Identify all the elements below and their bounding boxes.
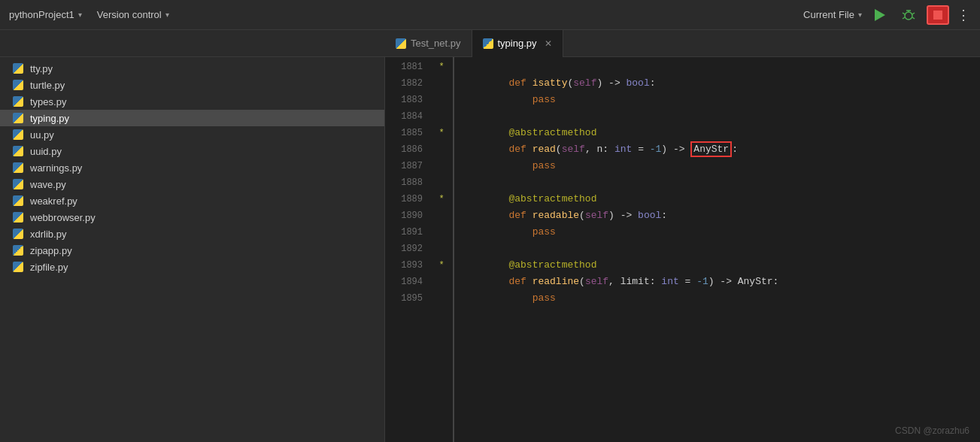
sidebar-item-typing[interactable]: typing.py — [0, 110, 384, 126]
code-line-1888: @abstractmethod — [462, 174, 980, 191]
bug-icon — [901, 8, 916, 23]
sidebar-item-zipapp[interactable]: zipapp.py — [0, 242, 384, 259]
py-file-icon — [12, 228, 24, 240]
watermark: CSDN @zorazhu6 — [895, 425, 969, 436]
current-file-chevron: ▾ — [858, 11, 862, 19]
current-file-label: Current File — [803, 9, 854, 20]
version-control-selector[interactable]: Version control ▾ — [97, 9, 169, 20]
sidebar-item-uuid[interactable]: uuid.py — [0, 143, 384, 159]
sidebar-item-label: typing.py — [30, 113, 69, 124]
code-line-1892: @abstractmethod — [462, 241, 980, 257]
svg-line-3 — [912, 13, 915, 14]
code-line-1889: def readable(self) -> bool: — [462, 191, 980, 207]
py-file-icon — [12, 79, 24, 91]
sidebar-item-label: warnings.py — [30, 162, 82, 174]
code-line-1894: pass — [462, 274, 980, 290]
py-file-icon — [12, 162, 24, 174]
gutter-empty: · — [430, 92, 453, 108]
code-line-1885: def read(self, n: int = -1) -> AnyStr: — [462, 125, 980, 141]
sidebar-item-types[interactable]: types.py — [0, 93, 384, 110]
svg-point-0 — [905, 12, 912, 20]
svg-line-4 — [903, 17, 905, 19]
tab-bar: Test_net.py typing.py ✕ — [0, 30, 980, 57]
project-chevron: ▾ — [78, 11, 82, 19]
code-line-1881: def isatty(self) -> bool: — [462, 59, 980, 75]
py-file-icon — [12, 261, 24, 273]
sidebar-item-label: wave.py — [30, 179, 66, 190]
py-file-icon — [12, 178, 24, 190]
line-numbers: 1881 1882 1883 1884 1885 1886 1887 1888 … — [385, 57, 430, 442]
sidebar-item-xdrlib[interactable]: xdrlib.py — [0, 226, 384, 242]
code-line-1882: pass — [462, 75, 980, 92]
tab-close-icon[interactable]: ✕ — [545, 38, 552, 49]
gutter-empty: · — [430, 174, 453, 191]
svg-line-2 — [903, 13, 905, 14]
tab-typing[interactable]: typing.py ✕ — [472, 30, 563, 57]
code-line-1893: def readline(self, limit: int = -1) -> A… — [462, 257, 980, 274]
run-triangle-icon — [875, 9, 885, 21]
version-control-chevron: ▾ — [165, 11, 169, 19]
sidebar-item-label: webbrowser.py — [30, 212, 96, 223]
py-file-icon — [12, 211, 24, 223]
sidebar-item-label: zipfile.py — [30, 262, 68, 273]
tab-test-net[interactable]: Test_net.py — [385, 30, 472, 57]
code-line-1890: pass — [462, 207, 980, 224]
code-content: def isatty(self) -> bool: pass @abstract… — [453, 57, 980, 442]
gutter-marker: * — [430, 125, 453, 141]
py-file-icon — [12, 145, 24, 157]
sidebar-item-label: uuid.py — [30, 146, 62, 157]
sidebar-item-tty[interactable]: tty.py — [0, 60, 384, 77]
python-file-icon — [396, 38, 406, 49]
sidebar-item-uu[interactable]: uu.py — [0, 126, 384, 143]
code-line-1884: @abstractmethod — [462, 108, 980, 125]
code-line-1883 — [462, 92, 980, 108]
current-file-selector[interactable]: Current File ▾ — [803, 9, 862, 20]
py-file-icon — [12, 95, 24, 107]
sidebar-item-label: weakref.py — [30, 195, 77, 207]
gutter-empty: · — [430, 274, 453, 290]
sidebar-item-label: turtle.py — [30, 80, 65, 91]
gutter: * · · · * · · · * · · · * · · — [430, 57, 453, 442]
gutter-empty: · — [430, 108, 453, 125]
stop-button[interactable] — [927, 5, 949, 25]
sidebar-item-zipfile[interactable]: zipfile.py — [0, 259, 384, 275]
debug-button[interactable] — [898, 5, 919, 26]
gutter-empty: · — [430, 241, 453, 257]
py-file-icon — [12, 129, 24, 141]
code-line-1887 — [462, 158, 980, 174]
code-line-1886: pass — [462, 141, 980, 158]
sidebar-item-wave[interactable]: wave.py — [0, 176, 384, 192]
project-selector[interactable]: pythonProject1 ▾ — [9, 9, 82, 20]
gutter-empty: · — [430, 75, 453, 92]
gutter-empty: · — [430, 290, 453, 307]
main-content: tty.py turtle.py types.py typing.py uu.p… — [0, 57, 980, 442]
top-bar-left: pythonProject1 ▾ Version control ▾ — [9, 9, 169, 20]
run-button[interactable] — [869, 5, 890, 26]
py-file-icon — [12, 62, 24, 74]
gutter-empty: · — [430, 158, 453, 174]
gutter-empty: · — [430, 207, 453, 224]
code-editor[interactable]: 1881 1882 1883 1884 1885 1886 1887 1888 … — [385, 57, 980, 442]
sidebar-item-webbrowser[interactable]: webbrowser.py — [0, 209, 384, 226]
stop-square-icon — [933, 11, 942, 20]
svg-line-5 — [912, 17, 915, 19]
sidebar-item-warnings[interactable]: warnings.py — [0, 159, 384, 176]
py-file-icon — [12, 244, 24, 256]
sidebar-item-label: uu.py — [30, 129, 54, 141]
project-name: pythonProject1 — [9, 9, 74, 20]
tab-label: Test_net.py — [411, 38, 461, 49]
tab-label: typing.py — [498, 38, 537, 49]
sidebar: tty.py turtle.py types.py typing.py uu.p… — [0, 57, 385, 442]
gutter-marker: * — [430, 191, 453, 207]
gutter-empty: · — [430, 141, 453, 158]
sidebar-item-weakref[interactable]: weakref.py — [0, 192, 384, 209]
sidebar-item-turtle[interactable]: turtle.py — [0, 77, 384, 93]
gutter-empty: · — [430, 224, 453, 241]
more-options-button[interactable]: ⋮ — [957, 7, 971, 23]
top-bar: pythonProject1 ▾ Version control ▾ Curre… — [0, 0, 980, 30]
sidebar-item-label: types.py — [30, 96, 66, 107]
code-line-1895 — [462, 290, 980, 307]
py-file-icon — [12, 112, 24, 124]
gutter-marker: * — [430, 59, 453, 75]
sidebar-item-label: tty.py — [30, 63, 53, 74]
